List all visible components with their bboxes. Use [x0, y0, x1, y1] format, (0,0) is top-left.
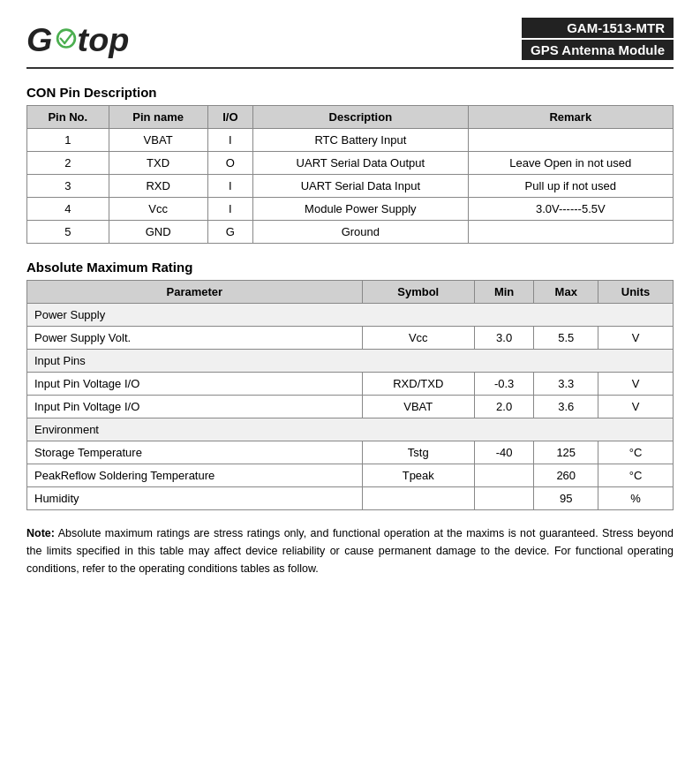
table-row: Input Pins	[27, 350, 674, 373]
cell-remark	[468, 129, 673, 152]
col-remark: Remark	[468, 106, 673, 129]
col-pin-no: Pin No.	[27, 106, 109, 129]
cell-symbol	[362, 487, 474, 510]
cell-desc: Ground	[253, 221, 468, 244]
svg-text:G: G	[26, 21, 52, 58]
cell-io: I	[207, 175, 252, 198]
cell-symbol: VBAT	[362, 396, 474, 418]
cell-io: G	[207, 221, 252, 244]
cell-io: I	[207, 129, 252, 152]
table-row: Input Pin Voltage I/O VBAT 2.0 3.6 V	[27, 396, 674, 418]
cell-pin-name: Vcc	[109, 198, 207, 221]
abs-col-parameter: Parameter	[27, 281, 363, 304]
table-row: Input Pin Voltage I/O RXD/TXD -0.3 3.3 V	[27, 373, 674, 396]
cell-min: 3.0	[474, 327, 534, 350]
cell-parameter: Input Pin Voltage I/O	[27, 373, 363, 396]
cell-desc: UART Serial Data Input	[253, 175, 468, 198]
abs-max-table: Parameter Symbol Min Max Units Power Sup…	[26, 280, 674, 510]
cell-pin-no: 5	[27, 221, 109, 244]
abs-col-max: Max	[534, 281, 598, 304]
cell-parameter: Input Pin Voltage I/O	[27, 396, 363, 418]
note-label: Note:	[26, 527, 55, 539]
cell-pin-name: VBAT	[109, 129, 207, 152]
cell-max: 3.6	[534, 396, 598, 418]
cell-min	[474, 487, 534, 510]
table-row: Power Supply	[27, 304, 674, 327]
cell-max: 95	[534, 487, 598, 510]
logo: G top	[26, 19, 154, 59]
abs-col-units: Units	[598, 281, 674, 304]
cell-units: V	[598, 396, 674, 418]
table-row: 1 VBAT I RTC Battery Input	[27, 129, 674, 152]
cell-remark: 3.0V------5.5V	[468, 198, 673, 221]
cell-pin-no: 1	[27, 129, 109, 152]
cell-units: °C	[598, 441, 674, 464]
cell-min: -40	[474, 441, 534, 464]
table-row: Storage Temperature Tstg -40 125 °C	[27, 441, 674, 464]
cell-symbol: Vcc	[362, 327, 474, 350]
cell-pin-name: GND	[109, 221, 207, 244]
cell-pin-name: TXD	[109, 152, 207, 175]
cell-pin-name: RXD	[109, 175, 207, 198]
table-row: Humidity 95 %	[27, 487, 674, 510]
svg-line-3	[64, 33, 72, 43]
abs-section-title: Absolute Maximum Rating	[26, 260, 674, 275]
cell-parameter: Power Supply Volt.	[27, 327, 363, 350]
cell-max: 3.3	[534, 373, 598, 396]
con-section-title: CON Pin Description	[26, 85, 674, 100]
cell-min	[474, 464, 534, 487]
page-header: G top GAM-1513-MTR GPS Antenna Module	[26, 18, 674, 69]
note-text: Absolute maximum ratings are stress rati…	[26, 527, 674, 575]
cell-remark: Pull up if not used	[468, 175, 673, 198]
cell-remark: Leave Open in not used	[468, 152, 673, 175]
cell-units: °C	[598, 464, 674, 487]
section-label: Environment	[27, 418, 674, 441]
cell-symbol: RXD/TXD	[362, 373, 474, 396]
table-row: 5 GND G Ground	[27, 221, 674, 244]
section-label: Power Supply	[27, 304, 674, 327]
table-row: 3 RXD I UART Serial Data Input Pull up i…	[27, 175, 674, 198]
table-row: 2 TXD O UART Serial Data Output Leave Op…	[27, 152, 674, 175]
cell-symbol: Tpeak	[362, 464, 474, 487]
cell-units: %	[598, 487, 674, 510]
product-info: GAM-1513-MTR GPS Antenna Module	[522, 18, 674, 60]
cell-min: -0.3	[474, 373, 534, 396]
cell-symbol: Tstg	[362, 441, 474, 464]
cell-remark	[468, 221, 673, 244]
product-model: GAM-1513-MTR	[522, 18, 674, 38]
cell-parameter: Humidity	[27, 487, 363, 510]
con-pin-table: Pin No. Pin name I/O Description Remark …	[26, 105, 674, 244]
cell-pin-no: 3	[27, 175, 109, 198]
product-type: GPS Antenna Module	[522, 40, 674, 60]
cell-io: O	[207, 152, 252, 175]
table-row: Environment	[27, 418, 674, 441]
col-description: Description	[253, 106, 468, 129]
cell-min: 2.0	[474, 396, 534, 418]
cell-desc: Module Power Supply	[253, 198, 468, 221]
cell-parameter: PeakReflow Soldering Temperature	[27, 464, 363, 487]
cell-parameter: Storage Temperature	[27, 441, 363, 464]
logo-svg: G top	[26, 19, 154, 59]
cell-max: 125	[534, 441, 598, 464]
abs-col-min: Min	[474, 281, 534, 304]
table-row: Power Supply Volt. Vcc 3.0 5.5 V	[27, 327, 674, 350]
section-label: Input Pins	[27, 350, 674, 373]
col-io: I/O	[207, 106, 252, 129]
col-pin-name: Pin name	[109, 106, 207, 129]
cell-io: I	[207, 198, 252, 221]
cell-units: V	[598, 373, 674, 396]
abs-col-symbol: Symbol	[362, 281, 474, 304]
cell-desc: UART Serial Data Output	[253, 152, 468, 175]
svg-text:top: top	[78, 21, 130, 58]
cell-max: 260	[534, 464, 598, 487]
table-row: PeakReflow Soldering Temperature Tpeak 2…	[27, 464, 674, 487]
cell-pin-no: 4	[27, 198, 109, 221]
note-section: Note: Absolute maximum ratings are stres…	[26, 524, 674, 577]
cell-max: 5.5	[534, 327, 598, 350]
cell-units: V	[598, 327, 674, 350]
cell-desc: RTC Battery Input	[253, 129, 468, 152]
cell-pin-no: 2	[27, 152, 109, 175]
table-row: 4 Vcc I Module Power Supply 3.0V------5.…	[27, 198, 674, 221]
